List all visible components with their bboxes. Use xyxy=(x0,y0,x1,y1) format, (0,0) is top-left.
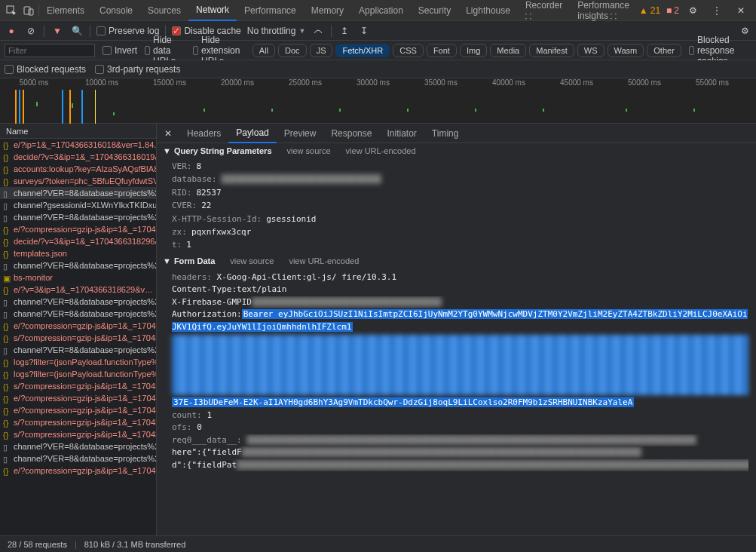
more-icon[interactable]: ⋮ xyxy=(709,3,724,18)
tab-performance[interactable]: Performance xyxy=(237,0,304,21)
pill-wasm[interactable]: Wasm xyxy=(608,44,644,57)
view-source-link[interactable]: view source xyxy=(287,146,331,155)
network-conditions-icon[interactable] xyxy=(311,24,325,38)
pill-ws[interactable]: WS xyxy=(577,44,604,57)
record-button[interactable]: ● xyxy=(5,24,18,38)
filter-icon[interactable]: ▼ xyxy=(51,24,64,38)
request-row[interactable]: {}e/?compression=gzip-js&ip=1&_=17043… xyxy=(0,404,156,416)
tab-elements[interactable]: Elements xyxy=(39,0,92,21)
document-icon: ▯ xyxy=(3,201,11,209)
qsp-row: VER:8 xyxy=(172,160,756,173)
request-row[interactable]: {}s/?compression=gzip-js&ip=1&_=17043… xyxy=(0,332,156,344)
request-row[interactable]: {}templates.json xyxy=(0,247,156,259)
name-column-header[interactable]: Name xyxy=(0,124,156,139)
errors-badge[interactable]: ■2 xyxy=(666,5,679,16)
tab-lighthouse[interactable]: Lighthouse xyxy=(458,0,518,21)
blocked-requests-checkbox[interactable]: Blocked requests xyxy=(5,64,86,75)
request-row[interactable]: {}s/?compression=gzip-js&ip=1&_=17043… xyxy=(0,380,156,392)
xhr-icon: {} xyxy=(3,358,11,366)
request-row[interactable]: {}accounts:lookup?key=AIzaSyAQsfBIA8au… xyxy=(0,163,156,175)
request-row[interactable]: {}surveys/?token=phc_5BfuEQfuyfdwtSVR… xyxy=(0,175,156,187)
invert-checkbox[interactable]: Invert xyxy=(103,45,137,56)
request-row[interactable]: ▯channel?VER=8&database=projects%2F… xyxy=(0,187,156,199)
throttling-select[interactable]: No throttling▼ xyxy=(247,26,306,36)
request-row[interactable]: {}e/?compression=gzip-js&ip=1&_=17043… xyxy=(0,392,156,404)
third-party-checkbox[interactable]: 3rd-party requests xyxy=(95,64,180,75)
formdata-section-header[interactable]: ▼Form Data view source view URL-encoded xyxy=(157,253,756,268)
request-row[interactable]: ▯channel?VER=8&database=projects%2F… xyxy=(0,308,156,320)
view-encoded-link[interactable]: view URL-encoded xyxy=(346,146,416,155)
export-har-icon[interactable]: ↧ xyxy=(357,24,371,38)
request-row[interactable]: ▯channel?VER=8&database=projects%2F… xyxy=(0,211,156,223)
details-tab-initiator[interactable]: Initiator xyxy=(379,124,424,143)
tab-recorder[interactable]: Recorder ⸬ xyxy=(518,0,570,21)
request-row[interactable]: ▯channel?gsessionid=XLWnYIkxTKIDxuq8f… xyxy=(0,199,156,211)
request-row[interactable]: {}s/?compression=gzip-js&ip=1&_=17043… xyxy=(0,428,156,440)
tab-console[interactable]: Console xyxy=(92,0,140,21)
tab-memory[interactable]: Memory xyxy=(304,0,351,21)
pill-img[interactable]: Img xyxy=(460,44,487,57)
details-tab-payload[interactable]: Payload xyxy=(228,124,276,143)
filter-input[interactable] xyxy=(5,44,95,57)
request-row[interactable]: {}s/?compression=gzip-js&ip=1&_=17043… xyxy=(0,416,156,428)
close-details-button[interactable]: ✕ xyxy=(160,125,176,142)
clear-button[interactable]: ⊘ xyxy=(24,24,38,38)
pill-fetch-xhr[interactable]: Fetch/XHR xyxy=(335,44,390,57)
pill-js[interactable]: JS xyxy=(310,44,333,57)
pill-other[interactable]: Other xyxy=(647,44,681,57)
document-icon: ▯ xyxy=(3,346,11,354)
xhr-icon: {} xyxy=(3,225,11,233)
import-har-icon[interactable]: ↥ xyxy=(338,24,351,38)
qsp-section-header[interactable]: ▼Query String Parameters view source vie… xyxy=(157,143,756,158)
request-row[interactable]: ▯channel?VER=8&database=projects%2F… xyxy=(0,259,156,271)
details-tab-preview[interactable]: Preview xyxy=(277,124,324,143)
view-encoded-link[interactable]: view URL-encoded xyxy=(289,256,359,265)
request-row[interactable]: {}e/?compression=gzip-js&ip=1&_=17043… xyxy=(0,320,156,332)
request-row[interactable]: {}decide/?v=3&ip=1&_=1704366316019&v… xyxy=(0,151,156,163)
request-row[interactable]: {}e/?ip=1&_=1704366316018&ver=1.84.1 xyxy=(0,139,156,151)
request-row[interactable]: {}logs?filter=(jsonPayload.functionType%… xyxy=(0,368,156,380)
request-row[interactable]: ▣bs-monitor xyxy=(0,271,156,284)
tab-sources[interactable]: Sources xyxy=(140,0,188,21)
search-icon[interactable]: 🔍 xyxy=(70,24,84,38)
xhr-icon: {} xyxy=(3,370,11,378)
request-list-panel: Name {}e/?ip=1&_=1704366316018&ver=1.84.… xyxy=(0,124,157,535)
pill-css[interactable]: CSS xyxy=(393,44,424,57)
qsp-row: t:1 xyxy=(172,238,756,251)
details-tab-timing[interactable]: Timing xyxy=(424,124,467,143)
tab-security[interactable]: Security xyxy=(411,0,458,21)
view-source-link[interactable]: view source xyxy=(230,256,274,265)
pill-all[interactable]: All xyxy=(253,44,275,57)
request-row[interactable]: {}e/?compression=gzip-js&ip=1&_=17043… xyxy=(0,465,156,477)
request-row[interactable]: ▯channel?VER=8&database=projects%2F… xyxy=(0,344,156,356)
timeline-tick: 40000 ms xyxy=(475,78,543,90)
xhr-icon: {} xyxy=(3,467,11,474)
request-row[interactable]: {}e/?compression=gzip-js&ip=1&_=17043… xyxy=(0,223,156,235)
qsp-value: 82537 xyxy=(197,187,222,198)
details-tab-response[interactable]: Response xyxy=(323,124,379,143)
details-tab-headers[interactable]: Headers xyxy=(179,124,228,143)
request-row[interactable]: ▯channel?VER=8&database=projects%2F… xyxy=(0,440,156,452)
timeline-tick: 5000 ms xyxy=(0,78,68,90)
pill-manifest[interactable]: Manifest xyxy=(529,44,574,57)
request-row[interactable]: ▯channel?VER=8&database=projects%2F… xyxy=(0,296,156,308)
request-row[interactable]: {}e/?v=3&ip=1&_=1704366318629&v… xyxy=(0,284,156,296)
tab-application[interactable]: Application xyxy=(351,0,411,21)
pill-font[interactable]: Font xyxy=(427,44,457,57)
tab-network[interactable]: Network xyxy=(188,0,237,21)
qsp-row: RID:82537 xyxy=(172,186,756,199)
timeline-overview[interactable]: 5000 ms10000 ms15000 ms20000 ms25000 ms3… xyxy=(0,78,756,124)
tab-performance[interactable]: Performance insights ⸬ xyxy=(570,0,639,21)
qsp-value: gsessionid xyxy=(266,213,316,225)
inspect-icon[interactable] xyxy=(5,3,19,18)
warnings-badge[interactable]: ▲21 xyxy=(639,5,660,16)
settings-icon[interactable]: ⚙ xyxy=(685,3,700,18)
device-toggle-icon[interactable] xyxy=(22,3,36,18)
request-row[interactable]: {}decide/?v=3&ip=1&_=1704366318296&v… xyxy=(0,235,156,247)
pill-media[interactable]: Media xyxy=(490,44,526,57)
pill-doc[interactable]: Doc xyxy=(278,44,307,57)
close-devtools-icon[interactable]: ✕ xyxy=(733,3,748,18)
request-row[interactable]: {}logs?filter=(jsonPayload.functionType%… xyxy=(0,356,156,368)
request-row[interactable]: ▯channel?VER=8&database=projects%2F… xyxy=(0,452,156,465)
filter-bar: Invert Hide data URLs Hide extension URL… xyxy=(0,41,756,60)
